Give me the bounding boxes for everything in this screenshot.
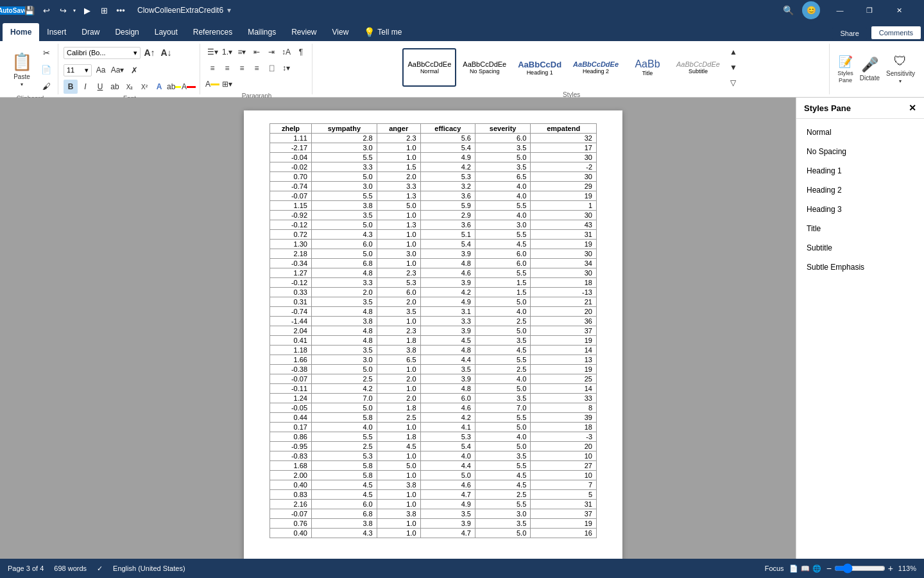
view-web-button[interactable]: 🌐	[812, 565, 821, 573]
table-cell: -13	[531, 288, 597, 297]
style-heading2[interactable]: AaBbCcDdEe Heading 2	[568, 48, 624, 87]
sensitivity-button[interactable]: 🛡 Sensitivity ▾	[884, 52, 918, 87]
zoom-in-button[interactable]: +	[888, 563, 893, 574]
view-reader-button[interactable]: 📖	[801, 565, 810, 573]
styles-pane-item[interactable]: Heading 2	[801, 182, 919, 198]
paste-button[interactable]: 📋 Paste ▾	[6, 49, 37, 89]
tab-draw[interactable]: Draw	[74, 23, 107, 41]
view-normal-button[interactable]: 📄	[789, 565, 798, 573]
zoom-level[interactable]: 113%	[896, 565, 916, 572]
cut-button[interactable]: ✂	[38, 45, 54, 60]
font-shrink-button[interactable]: A↓	[158, 45, 174, 60]
tab-insert[interactable]: Insert	[39, 23, 74, 41]
clear-format-button[interactable]: Aa	[93, 62, 108, 78]
styles-pane-item[interactable]: No Spacing	[801, 143, 919, 160]
spellcheck-icon[interactable]: ✓	[97, 565, 103, 573]
zoom-slider[interactable]	[834, 563, 886, 574]
font-name-selector[interactable]: Calibri (Bo... ▾	[64, 47, 141, 59]
format-painter-button[interactable]: 🖌	[38, 78, 54, 94]
customize-qa-button[interactable]: ⊞	[96, 3, 112, 18]
save-button[interactable]: 💾	[22, 3, 37, 18]
multilevel-button[interactable]: ≡▾	[235, 45, 249, 59]
font-color-button[interactable]: A	[182, 80, 196, 94]
tab-layout[interactable]: Layout	[147, 23, 185, 41]
tab-home[interactable]: Home	[3, 23, 39, 41]
tab-mailings[interactable]: Mailings	[240, 23, 284, 41]
decrease-indent-button[interactable]: ⇤	[250, 45, 264, 59]
increase-indent-button[interactable]: ⇥	[264, 45, 278, 59]
styles-pane-close[interactable]: ✕	[909, 103, 916, 113]
justify-button[interactable]: ≡	[250, 61, 264, 75]
subscript-button[interactable]: X₂	[123, 80, 137, 94]
font-size-selector[interactable]: 11 ▾	[64, 64, 92, 76]
print-preview-button[interactable]: ▶	[80, 3, 95, 18]
style-title[interactable]: AaBb Title	[625, 48, 670, 87]
clear-formatting-button[interactable]: ✗	[126, 62, 142, 78]
tab-view[interactable]: View	[325, 23, 357, 41]
change-case-button[interactable]: Aa▾	[110, 62, 125, 78]
bold-button[interactable]: B	[64, 80, 78, 94]
share-button[interactable]: Share	[832, 27, 866, 40]
styles-pane-item[interactable]: Heading 3	[801, 201, 919, 218]
italic-button[interactable]: I	[78, 80, 92, 94]
numbering-button[interactable]: 1.▾	[220, 45, 234, 59]
underline-button[interactable]: U	[93, 80, 107, 94]
columns-button[interactable]: ⎕	[264, 61, 278, 75]
strikethrough-button[interactable]: ab	[108, 80, 122, 94]
redo-dropdown[interactable]: ▾	[71, 3, 78, 18]
tab-design[interactable]: Design	[107, 23, 146, 41]
user-avatar[interactable]: 😊	[802, 1, 820, 19]
styles-pane-item[interactable]: Subtitle	[801, 240, 919, 256]
style-normal[interactable]: AaBbCcDdEe Normal	[402, 48, 456, 87]
table-row: 0.445.82.54.25.539	[270, 413, 597, 423]
styles-pane-button[interactable]: 📝 StylesPane	[835, 52, 856, 87]
table-cell: 2.18	[270, 249, 312, 259]
redo-button[interactable]: ↪	[55, 3, 71, 18]
focus-button[interactable]: Focus	[765, 565, 784, 572]
styles-scroll-down[interactable]: ▼	[726, 60, 740, 74]
styles-more[interactable]: ▽	[726, 76, 740, 90]
styles-scroll-up[interactable]: ▲	[726, 45, 740, 59]
text-highlight-button[interactable]: ab	[167, 80, 181, 94]
font-grow-button[interactable]: A↑	[142, 45, 157, 60]
style-subtitle[interactable]: AaBbCcDdEe Subtitle	[671, 48, 725, 87]
align-center-button[interactable]: ≡	[220, 61, 234, 75]
style-no-spacing[interactable]: AaBbCcDdEe No Spacing	[458, 48, 511, 87]
table-cell: 7.0	[312, 394, 377, 403]
styles-pane-item[interactable]: Heading 1	[801, 162, 919, 179]
table-cell: 6.5	[475, 172, 530, 182]
language-label[interactable]: English (United States)	[113, 565, 185, 573]
shading-button[interactable]: A	[205, 77, 219, 91]
dictate-button[interactable]: 🎤 Dictate	[857, 52, 882, 87]
tab-tell-me[interactable]: 💡 Tell me	[356, 23, 409, 41]
styles-pane-item[interactable]: Normal	[801, 124, 919, 141]
document-area[interactable]: zhelpsympathyangerefficacyseverityempate…	[0, 98, 796, 559]
align-right-button[interactable]: ≡	[235, 61, 249, 75]
style-heading1[interactable]: AaBbCcDd Heading 1	[513, 48, 567, 87]
copy-button[interactable]: 📄	[38, 62, 54, 77]
styles-pane-item[interactable]: Title	[801, 220, 919, 237]
search-button[interactable]: 🔍	[779, 1, 797, 19]
undo-button[interactable]: ↩	[38, 3, 54, 18]
maximize-button[interactable]: ❐	[855, 0, 884, 21]
borders-button[interactable]: ⊞▾	[220, 77, 234, 91]
table-cell: 2.00	[270, 471, 312, 480]
autosave-toggle[interactable]: AutoSave	[5, 3, 21, 18]
sort-button[interactable]: ↕A	[279, 45, 293, 59]
superscript-button[interactable]: X²	[137, 80, 151, 94]
tab-references[interactable]: References	[185, 23, 240, 41]
bullets-button[interactable]: ☰▾	[205, 45, 219, 59]
table-cell: 29	[531, 182, 597, 191]
more-commands-button[interactable]: •••	[113, 3, 128, 18]
file-name-dropdown[interactable]: ▾	[227, 6, 231, 15]
close-button[interactable]: ✕	[884, 0, 914, 21]
tab-review[interactable]: Review	[284, 23, 324, 41]
line-spacing-button[interactable]: ↕▾	[279, 61, 293, 75]
text-effects-button[interactable]: A	[152, 80, 166, 94]
show-formatting-button[interactable]: ¶	[294, 45, 308, 59]
zoom-out-button[interactable]: −	[826, 563, 832, 574]
minimize-button[interactable]: —	[825, 0, 855, 21]
comments-button[interactable]: Comments	[871, 26, 921, 40]
align-left-button[interactable]: ≡	[205, 61, 219, 75]
styles-pane-item[interactable]: Subtle Emphasis	[801, 259, 919, 276]
